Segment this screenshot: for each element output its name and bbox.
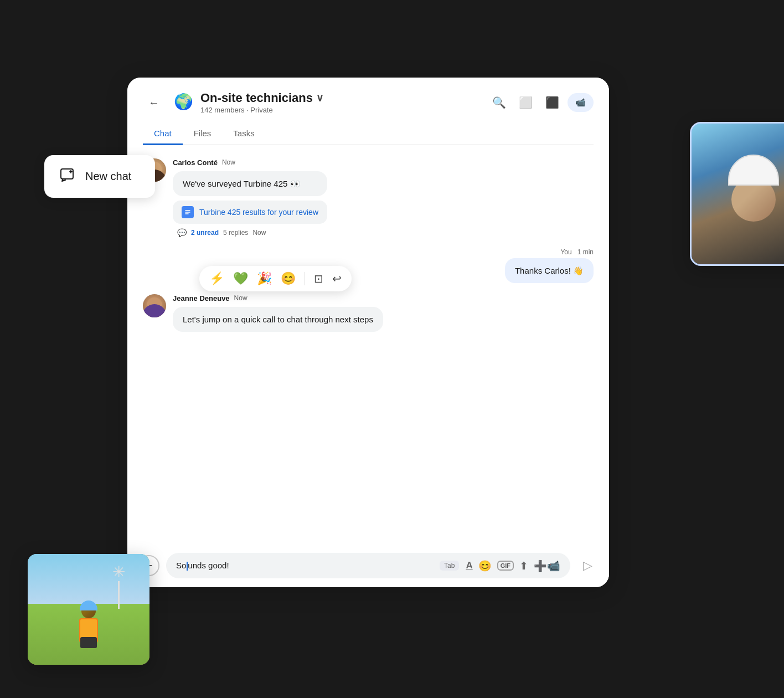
chevron-down-icon[interactable]: ∨ [316,92,323,104]
person-head [81,604,96,618]
header-actions: 🔍 ⬜ ⬛ 📹 [488,91,594,114]
sidebar-toggle-button[interactable]: ⬛ [541,91,563,114]
members-info: 142 members · Private [200,106,481,114]
tab-hint: Tab [440,561,459,571]
turbine-pole [118,581,120,609]
input-area: + Sounds good! Tab A 😊 GIF ⬆ ➕📹 ▷ [127,544,609,587]
tab-chat[interactable]: Chat [143,123,183,145]
tab-tasks[interactable]: Tasks [222,123,265,145]
message-time-you: 1 min [577,248,594,256]
photo-person [79,604,98,648]
gif-button[interactable]: GIF [497,561,514,571]
reply-icon: 💬 [177,228,187,237]
chat-window: ← 🌍 On-site technicians ∨ 142 members · … [127,78,609,587]
photo-sky [28,554,149,604]
sender-name-carlos: Carlos Conté [173,158,218,167]
reaction-divider [305,272,305,285]
globe-icon: 🌍 [174,93,194,112]
photo-turbine: ✳ [112,563,125,609]
unread-count: 2 unread [191,229,219,237]
message-content-jeanne: Jeanne Deneuve Now Let's jump on a quick… [173,294,383,332]
reaction-bar: ⚡ 💚 🎉 😊 ⊡ ↩ [199,266,352,291]
reaction-lightning[interactable]: ⚡ [209,271,224,286]
message-bubble-carlos-1: We've surveyed Turbine 425 👀 [173,171,327,196]
meet-button[interactable]: 📹 [568,93,594,112]
tab-files[interactable]: Files [183,123,223,145]
window-header: ← 🌍 On-site technicians ∨ 142 members · … [127,78,609,145]
reaction-heart[interactable]: 💚 [233,271,248,286]
reply-row[interactable]: 💬 2 unread 5 replies Now [177,228,327,237]
bottom-photo: ✳ [28,554,149,665]
format-text-button[interactable]: A [466,560,472,571]
send-button[interactable]: ▷ [577,555,598,576]
photo-inner: ✳ [28,554,149,665]
reply-count: 5 replies [223,229,248,237]
group-name: On-site technicians [200,91,313,105]
message-group-carlos: Carlos Conté Now We've surveyed Turbine … [143,158,594,237]
messages-area: Carlos Conté Now We've surveyed Turbine … [127,145,609,545]
sender-name-jeanne: Jeanne Deneuve [173,294,230,302]
text-cursor [187,562,188,571]
format-reaction-button[interactable]: ⊡ [314,272,323,285]
message-group-jeanne: Jeanne Deneuve Now Let's jump on a quick… [143,294,594,332]
reaction-party[interactable]: 🎉 [257,271,272,286]
new-chat-icon [60,166,76,187]
new-chat-button[interactable]: New chat [44,155,155,198]
message-bubble-jeanne: Let's jump on a quick call to chat throu… [173,307,383,332]
add-video-button[interactable]: ➕📹 [534,560,560,572]
technician-video [692,124,784,264]
helmet-shape [728,155,779,186]
message-bubble-carlos-file[interactable]: Turbine 425 results for your review [173,201,327,224]
search-button[interactable]: 🔍 [488,91,510,114]
message-time-carlos: Now [222,158,235,166]
message-content-carlos: Carlos Conté Now We've surveyed Turbine … [173,158,327,237]
message-bubble-you: Thanks Carlos! 👋 [505,258,594,283]
back-button[interactable]: ← [143,91,165,114]
meet-icon: 📹 [575,97,586,107]
emoji-button[interactable]: 😊 [478,560,492,572]
send-icon: ▷ [583,558,592,573]
file-icon [182,206,194,218]
reply-time: Now [252,229,266,237]
header-title-group: On-site technicians ∨ 142 members · Priv… [200,91,481,114]
turbine-blades-icon: ✳ [112,563,125,581]
present-button[interactable]: ⬜ [514,91,537,114]
reply-reaction-button[interactable]: ↩ [332,272,342,285]
message-input-box[interactable]: Sounds good! Tab A 😊 GIF ⬆ ➕📹 [166,553,570,578]
avatar-jeanne [143,294,166,317]
tab-bar: Chat Files Tasks [143,123,594,145]
video-call-card[interactable]: ||| [690,122,784,266]
input-actions: A 😊 GIF ⬆ ➕📹 [466,560,560,572]
message-input-text: Sounds good! [176,561,433,571]
message-time-jeanne: Now [234,294,247,302]
new-chat-label: New chat [85,170,131,183]
reaction-smile[interactable]: 😊 [281,271,296,286]
sender-name-you: You [560,248,571,256]
upload-button[interactable]: ⬆ [519,560,528,572]
video-card-inner: ||| [692,124,784,264]
message-content-you: You 1 min Thanks Carlos! 👋 [505,248,594,283]
file-name: Turbine 425 results for your review [199,208,318,217]
person-laptop [80,637,97,648]
